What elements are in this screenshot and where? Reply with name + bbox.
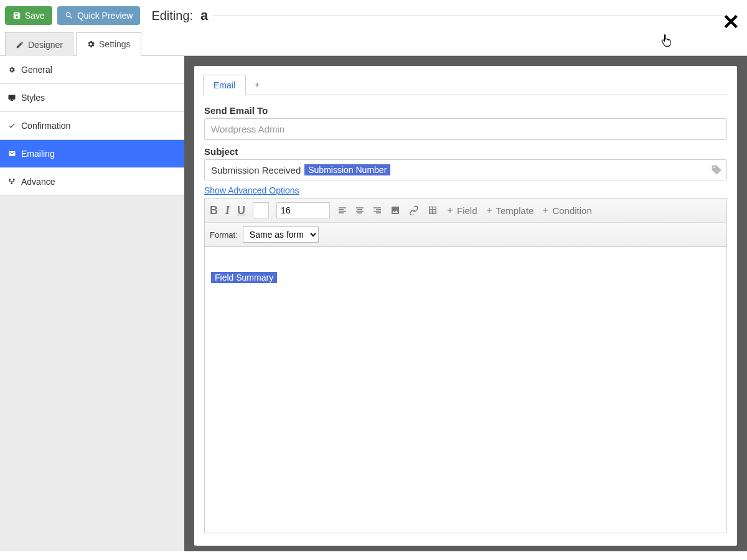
subject-input[interactable]: Submission Received Submission Number [204,159,727,180]
body-tag-chip[interactable]: Field Summary [211,272,277,283]
insert-field-button[interactable]: Field [446,205,477,216]
gear-icon [7,66,16,73]
color-picker[interactable] [253,202,269,218]
send-to-label: Send Email To [204,105,727,116]
svg-rect-1 [13,179,15,181]
floppy-icon [12,11,21,20]
add-tab-button[interactable]: + [246,75,268,95]
format-label: Format: [210,230,238,240]
editing-title: a [200,7,208,24]
editor-toolbar: B I U Field [204,198,727,222]
save-button[interactable]: Save [5,6,52,25]
underline-button[interactable]: U [237,204,245,217]
sidebar-item-emailing[interactable]: Emailing [0,140,184,168]
image-button[interactable] [390,205,401,215]
editor-toolbar-2: Format: Same as form [204,222,727,247]
preview-button[interactable]: Quick Preview [57,6,140,25]
table-button[interactable] [427,205,438,215]
title-underline [213,16,723,16]
send-to-input[interactable] [204,118,727,140]
align-right-button[interactable] [372,205,382,215]
svg-rect-0 [9,179,11,181]
insert-template-button[interactable]: Template [485,205,534,216]
topbar: Save Quick Preview Editing: a ✕ [0,0,747,29]
sidebar-item-label: Styles [21,93,45,103]
subject-label: Subject [204,146,727,157]
sidebar: General Styles Confirmation Emailing Adv… [0,56,184,551]
save-label: Save [25,11,45,21]
tag-icon[interactable] [711,164,722,175]
editing-label: Editing: [151,9,193,23]
nodes-icon [7,178,16,185]
subject-tag-chip[interactable]: Submission Number [304,164,390,175]
main-area: Email + Send Email To Subject Submission… [184,56,747,551]
preview-label: Quick Preview [77,11,133,21]
tab-settings[interactable]: Settings [76,32,141,56]
bold-button[interactable]: B [210,204,218,217]
gear-icon [87,40,95,49]
sidebar-item-label: General [21,65,52,75]
svg-rect-2 [11,183,13,185]
email-body-editor[interactable]: Field Summary [204,247,727,533]
insert-condition-button[interactable]: Condition [541,205,591,216]
tab-designer[interactable]: Designer [5,32,73,56]
designer-icon [16,40,24,49]
tab-settings-label: Settings [99,39,131,49]
desktop-icon [7,94,16,101]
sidebar-item-label: Confirmation [21,121,70,131]
link-button[interactable] [408,205,420,215]
sidebar-item-label: Emailing [21,149,55,159]
sidebar-item-advance[interactable]: Advance [0,168,184,196]
check-icon [7,122,16,129]
sidebar-item-styles[interactable]: Styles [0,84,184,112]
tab-email[interactable]: Email [203,75,246,95]
main-tabs: Designer Settings [0,32,747,56]
tab-designer-label: Designer [28,40,63,50]
search-icon [65,11,73,20]
email-panel: Email + Send Email To Subject Submission… [194,66,737,546]
email-tabs: Email + [203,75,728,95]
align-center-button[interactable] [355,205,365,215]
font-size-input[interactable] [276,202,330,218]
align-left-button[interactable] [337,205,347,215]
sidebar-item-label: Advance [21,177,55,187]
italic-button[interactable]: I [225,204,230,217]
sidebar-item-general[interactable]: General [0,56,184,84]
close-icon[interactable]: ✕ [722,11,740,32]
subject-text: Submission Received [211,165,301,175]
format-select[interactable]: Same as form [243,226,319,243]
sidebar-item-confirmation[interactable]: Confirmation [0,112,184,140]
advanced-options-link[interactable]: Show Advanced Options [204,185,299,195]
envelope-icon [7,150,16,157]
